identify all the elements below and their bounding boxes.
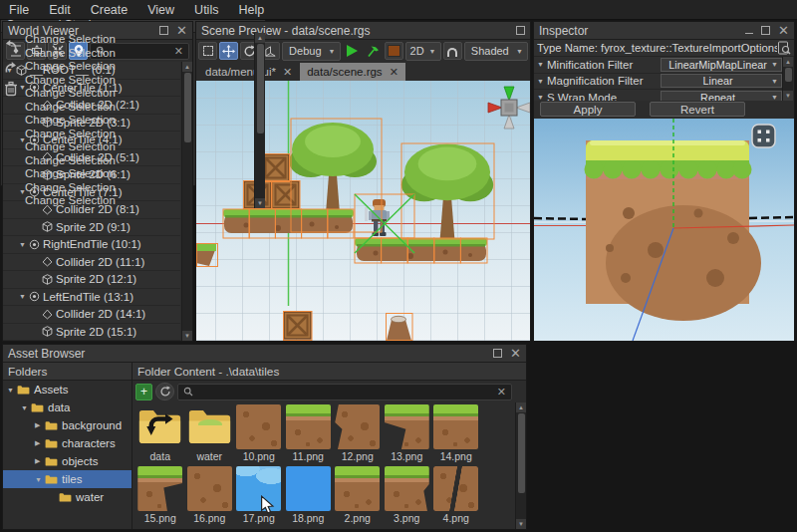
expander-icon[interactable]: ▶ (35, 457, 45, 465)
asset-thumbnail[interactable] (433, 404, 478, 449)
property-dropdown[interactable]: Linear▼ (661, 74, 782, 88)
apply-button[interactable]: Apply (540, 102, 636, 117)
asset-thumbnail[interactable] (385, 466, 429, 511)
menu-edit[interactable]: Edit (49, 3, 71, 17)
world-tree-item[interactable]: Sprite 2D (15:1) (3, 324, 180, 342)
asset-grid-scrollbar[interactable]: ▲ ▼ (515, 402, 526, 529)
asset-item[interactable]: 18.png (284, 466, 334, 524)
command-entry[interactable]: Change Selection (25, 60, 265, 74)
world-tree-item[interactable]: Collider 2D (11:1) (3, 254, 180, 272)
clear-search-icon[interactable]: ✕ (497, 386, 506, 399)
asset-item[interactable]: data (135, 404, 185, 462)
scroll-up-icon[interactable]: ▲ (255, 33, 265, 43)
expander-icon[interactable]: ▶ (35, 421, 45, 429)
refresh-button[interactable] (155, 383, 174, 400)
command-list-scrollbar[interactable]: ▲ ▼ (254, 33, 265, 208)
expander-icon[interactable]: ▼ (537, 61, 547, 68)
scroll-down-icon[interactable]: ▼ (182, 331, 192, 341)
asset-item[interactable]: 14.png (431, 404, 481, 462)
scroll-up-icon[interactable]: ▲ (516, 402, 526, 412)
expander-icon[interactable]: ▼ (537, 78, 547, 85)
world-tree-item[interactable]: Sprite 2D (9:1) (3, 219, 180, 237)
command-entry[interactable]: Change Selection (25, 128, 265, 141)
brush-color-button[interactable] (385, 42, 403, 60)
close-icon[interactable]: ✕ (778, 26, 789, 35)
snap-toggle-button[interactable] (443, 42, 462, 60)
debug-dropdown[interactable]: Debug ▼ (282, 42, 341, 61)
maximize-icon[interactable] (516, 26, 525, 35)
expander-icon[interactable]: ▼ (21, 404, 31, 411)
revert-button[interactable]: Revert (650, 102, 745, 117)
folder-tree-item[interactable]: water (3, 488, 132, 506)
expand-preview-button[interactable] (752, 125, 775, 147)
world-tree-item[interactable]: Sprite 2D (12:1) (3, 271, 180, 289)
command-entry[interactable]: Change Selection (25, 140, 265, 154)
command-entry[interactable]: Change Selection (25, 154, 265, 168)
inspector-scrollbar[interactable]: ▲ ▼ (782, 57, 793, 101)
find-type-icon[interactable] (777, 41, 791, 55)
world-tree-item[interactable]: Collider 2D (14:1) (3, 306, 180, 324)
folder-tree-item[interactable]: ▶background (3, 416, 132, 434)
expander-icon[interactable]: ▼ (19, 241, 29, 248)
asset-thumbnail[interactable] (187, 466, 232, 511)
command-entry[interactable]: Change Selection (25, 194, 265, 208)
asset-item[interactable]: 13.png (383, 404, 432, 462)
menu-view[interactable]: View (147, 3, 174, 17)
expander-icon[interactable]: ▼ (537, 94, 547, 101)
property-dropdown[interactable]: Repeat▼ (661, 91, 782, 101)
command-entry[interactable]: Change Selection (25, 101, 265, 115)
scroll-thumb[interactable] (518, 413, 525, 493)
asset-item[interactable]: water (185, 404, 235, 462)
shading-dropdown[interactable]: Shaded ▼ (464, 42, 528, 61)
asset-item[interactable]: 16.png (185, 466, 235, 524)
close-tab-icon[interactable]: ✕ (390, 66, 398, 79)
asset-thumbnail[interactable] (433, 466, 478, 511)
scroll-down-icon[interactable]: ▼ (516, 519, 526, 529)
asset-thumbnail[interactable] (286, 466, 331, 511)
scroll-thumb[interactable] (785, 68, 792, 82)
property-dropdown[interactable]: LinearMipMapLinear▼ (661, 58, 782, 72)
folder-tree-item[interactable]: ▼tiles (3, 470, 132, 488)
close-icon[interactable]: ✕ (510, 349, 521, 358)
asset-thumbnail[interactable] (385, 404, 429, 449)
world-tree-item[interactable]: ▼LeftEndTile (13:1) (3, 289, 180, 307)
asset-item[interactable]: 12.png (333, 404, 383, 462)
asset-item[interactable]: 2.png (333, 466, 383, 524)
command-entry[interactable]: Change Selection (25, 87, 265, 101)
asset-thumbnail[interactable] (137, 466, 182, 511)
scroll-down-icon[interactable]: ▼ (783, 91, 793, 101)
asset-thumbnail[interactable] (286, 404, 331, 449)
undo-button[interactable] (3, 37, 19, 53)
asset-item[interactable]: 10.png (234, 404, 284, 462)
add-asset-button[interactable]: + (135, 384, 152, 400)
menu-help[interactable]: Help (238, 3, 264, 17)
command-entry[interactable]: Change Selection (25, 114, 265, 128)
scroll-down-icon[interactable]: ▼ (255, 198, 265, 208)
menu-utils[interactable]: Utils (194, 3, 218, 17)
texture-preview[interactable] (534, 119, 794, 341)
command-entry[interactable]: Change Selection (25, 47, 265, 61)
asset-item[interactable]: 15.png (135, 466, 185, 524)
folder-tree-item[interactable]: ▶characters (3, 434, 132, 452)
world-tree-item[interactable]: ▼RightEndTile (10:1) (3, 236, 180, 254)
asset-thumbnail[interactable] (137, 404, 182, 449)
asset-item[interactable]: 3.png (383, 466, 432, 524)
redo-button[interactable] (3, 59, 19, 75)
dimension-dropdown[interactable]: 2D ▼ (405, 42, 441, 61)
asset-thumbnail[interactable] (236, 404, 281, 449)
scroll-thumb[interactable] (257, 44, 264, 133)
asset-thumbnail[interactable] (335, 404, 380, 449)
asset-thumbnail[interactable] (335, 466, 380, 511)
asset-item[interactable]: 11.png (284, 404, 334, 462)
scene-tab[interactable]: data/scene.rgs✕ (300, 63, 405, 81)
expander-icon[interactable]: ▶ (35, 439, 45, 447)
command-entry[interactable]: Change Selection (25, 33, 265, 47)
command-entry[interactable]: Change Selection (25, 74, 265, 88)
maximize-icon[interactable] (493, 349, 502, 358)
command-entry[interactable]: Change Selection (25, 181, 265, 195)
menu-create[interactable]: Create (91, 3, 129, 17)
expander-icon[interactable]: ▼ (7, 387, 17, 394)
folder-tree-item[interactable]: ▶objects (3, 452, 132, 470)
menu-file[interactable]: File (9, 3, 29, 17)
minimize-icon[interactable] (745, 27, 753, 34)
